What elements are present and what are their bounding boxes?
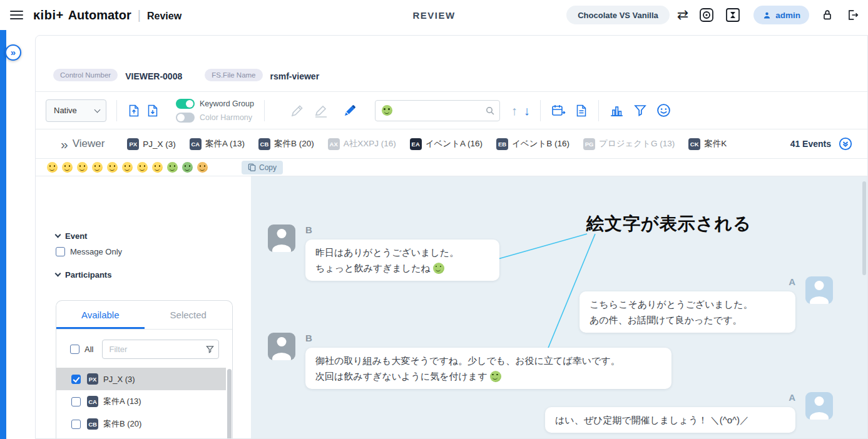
toggle-group: Keyword Group Color Harmony (176, 99, 254, 123)
keyword-tag[interactable]: PX PJ_X (3) (127, 138, 176, 150)
logout-icon[interactable] (845, 8, 859, 22)
person-icon (762, 11, 772, 20)
bubble-line: はい、ぜひ定期で開催しましょう！ ＼(^o^)／ (555, 412, 785, 428)
keyword-group-toggle[interactable] (176, 99, 195, 109)
emoji-mask-face[interactable] (197, 162, 208, 173)
message-only-checkbox-row[interactable]: Message Only (56, 247, 251, 256)
message-only-checkbox[interactable] (56, 247, 65, 256)
find-previous-icon[interactable] (511, 104, 518, 117)
keyword-group-label: Keyword Group (200, 99, 254, 108)
emoji-confounded-face[interactable] (137, 162, 148, 173)
left-accent-strip (0, 30, 6, 439)
swap-arrows-icon[interactable] (677, 8, 688, 22)
eraser-pen-icon-disabled[interactable] (314, 103, 329, 118)
participant-row[interactable]: CA 案件A (13) (56, 390, 226, 413)
project-switch-button[interactable]: Chocolate VS Vanilla (566, 6, 670, 24)
participant-label: PJ_X (3) (103, 375, 135, 384)
tag-bar: Viewer PX PJ_X (3) CA 案件A (13) CB 案件B (2… (36, 129, 867, 159)
color-harmony-toggle[interactable] (176, 113, 195, 123)
content-split: Event Message Only Participants Availabl… (36, 176, 867, 438)
hourglass-icon[interactable] (725, 7, 741, 23)
find-navigation (511, 104, 530, 117)
marker-pen-icon[interactable] (342, 103, 357, 118)
divider (116, 100, 117, 121)
tag-code-chip: PG (583, 138, 595, 150)
viewer-toolbar: Native Keyword Group Color Harmony (36, 92, 867, 129)
emoji-kissing-face[interactable] (92, 162, 103, 173)
filter-funnel-icon[interactable] (633, 103, 648, 118)
logo-automator: Automator (68, 8, 131, 23)
keyword-tag-muted[interactable]: PG プロジェクトG (13) (583, 138, 675, 150)
admin-user-pill[interactable]: admin (753, 6, 809, 24)
keyword-tag[interactable]: CB 案件B (20) (258, 138, 314, 150)
keyword-tag[interactable]: CA 案件A (13) (190, 138, 245, 150)
emoji-panel-icon[interactable] (656, 103, 671, 118)
color-harmony-toggle-row[interactable]: Color Harmony (176, 113, 254, 123)
top-bar: ĸіbі+ Automator | Review REVIEW Chocolat… (0, 0, 868, 30)
keyword-tag-muted[interactable]: AX A社XXPJ (16) (328, 138, 396, 150)
logo-kibit: ĸіbі+ (33, 8, 64, 23)
doc-arrow-up-icon[interactable] (127, 104, 141, 118)
event-section-label: Event (65, 231, 87, 241)
emoji-blowing-kiss-face[interactable] (152, 162, 163, 173)
chat-bubble: はい、ぜひ定期で開催しましょう！ ＼(^o^)／ (545, 407, 795, 433)
search-input[interactable] (375, 100, 500, 121)
keyword-tag[interactable]: EA イベントA (16) (410, 138, 483, 150)
logo-divider: | (138, 8, 141, 23)
event-section-header[interactable]: Event (56, 231, 251, 241)
keyword-tag[interactable]: EB イベントB (16) (496, 138, 569, 150)
participant-row[interactable]: CB 案件B (20) (56, 413, 226, 435)
participant-label: 案件B (20) (103, 418, 141, 430)
calendar-jump-icon[interactable] (551, 103, 566, 118)
find-next-icon[interactable] (524, 104, 530, 117)
emoji-nauseated-face[interactable] (167, 162, 178, 173)
events-expand-icon[interactable] (839, 137, 852, 151)
participant-checkbox-checked[interactable] (71, 375, 81, 384)
target-icon[interactable] (698, 7, 715, 23)
participant-filter-input[interactable] (102, 340, 219, 359)
file-name-label: FS.File Name (205, 69, 262, 81)
chat-bubble: 御社の取り組みも大変そうですね。少しでも、お役に立てば幸いです。 次回は飲みすぎ… (305, 348, 671, 389)
lock-icon[interactable] (820, 8, 834, 22)
avatar-a (805, 276, 833, 304)
select-all-checkbox[interactable] (70, 345, 79, 354)
document-icon[interactable] (574, 104, 588, 118)
highlighter-pen-icon-disabled[interactable] (290, 103, 305, 118)
view-mode-value: Native (54, 106, 77, 115)
emoji-quick-bar: Copy (36, 159, 867, 176)
emoji-grinning-face[interactable] (47, 162, 58, 173)
scrollbar-thumb[interactable] (862, 181, 866, 275)
file-name-value: rsmf-viewer (270, 71, 320, 81)
histogram-icon[interactable] (609, 103, 625, 118)
participant-checkbox[interactable] (71, 397, 81, 406)
participant-row[interactable]: PX PJ_X (3) (56, 368, 226, 390)
participants-section-header[interactable]: Participants (56, 270, 251, 280)
participant-checkbox[interactable] (71, 420, 81, 429)
tag-code-chip: EA (410, 138, 422, 150)
viewer-section-toggle[interactable]: Viewer (61, 138, 105, 151)
emoji-anguished-face[interactable] (182, 162, 193, 173)
hamburger-menu-icon[interactable] (10, 11, 23, 20)
emoji-smiling-face[interactable] (77, 162, 88, 173)
scrollbar-thumb[interactable] (227, 369, 232, 438)
emoji-winking-tongue-face[interactable] (107, 162, 118, 173)
chat-bubble: こちらこそありがとうございました。 あの件、お話聞けて良かったです。 (580, 291, 795, 333)
emoji-expressionless-face[interactable] (122, 162, 133, 173)
participant-row[interactable]: AX A社XXPJ (16) (56, 435, 226, 438)
avatar-b (268, 333, 295, 360)
emoji-tears-of-joy[interactable] (62, 162, 73, 173)
tab-selected[interactable]: Selected (145, 301, 233, 329)
view-mode-select[interactable]: Native (46, 99, 106, 122)
copy-label: Copy (259, 163, 277, 172)
annotation-text: 絵文字が表示される (586, 212, 752, 236)
copy-button[interactable]: Copy (242, 161, 283, 174)
expand-sidebar-button[interactable] (5, 44, 21, 61)
tab-available[interactable]: Available (56, 301, 145, 329)
all-filter-row: All (56, 330, 232, 365)
nauseated-face-emoji (382, 105, 392, 116)
page-title: REVIEW (412, 10, 455, 21)
keyword-tag[interactable]: CK 案件K (688, 138, 727, 150)
keyword-group-toggle-row[interactable]: Keyword Group (176, 99, 254, 109)
tag-label: 案件A (13) (205, 138, 245, 149)
doc-arrow-down-icon[interactable] (146, 104, 160, 118)
